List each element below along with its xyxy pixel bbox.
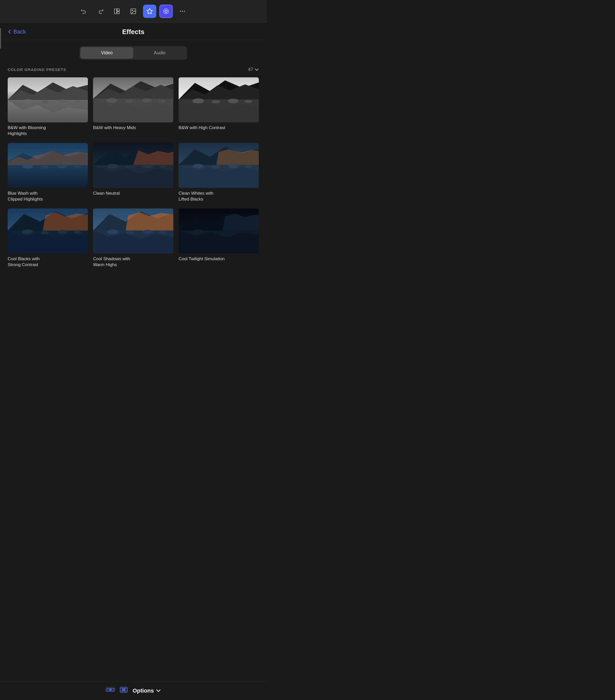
preset-label: Blue Wash withClipped Highlights xyxy=(8,190,88,202)
media-button[interactable] xyxy=(126,4,140,18)
preset-thumbnail xyxy=(8,77,88,122)
svg-point-10 xyxy=(180,11,181,12)
preset-item[interactable]: B&W with High Contrast xyxy=(179,77,259,137)
preset-item[interactable]: Cool Shadows withWarm Highs xyxy=(93,209,173,268)
svg-point-37 xyxy=(193,98,204,103)
svg-point-97 xyxy=(193,229,204,234)
preset-label: B&W with BloomingHighlights xyxy=(8,125,88,137)
preset-thumbnail xyxy=(179,77,259,122)
svg-point-58 xyxy=(126,165,134,169)
preset-label: Clean Whites withLifted Blacks xyxy=(179,190,259,202)
svg-point-19 xyxy=(59,99,67,103)
mask-button[interactable] xyxy=(159,4,173,18)
preset-item[interactable]: Clean Whites withLifted Blacks xyxy=(179,143,259,202)
svg-point-57 xyxy=(107,164,118,168)
svg-point-90 xyxy=(159,231,166,234)
svg-point-30 xyxy=(159,99,165,102)
preset-thumbnail xyxy=(8,143,88,188)
svg-point-68 xyxy=(212,165,220,169)
svg-point-9 xyxy=(184,11,185,12)
svg-point-20 xyxy=(75,100,81,103)
svg-point-7 xyxy=(165,10,167,13)
count-value: 47 xyxy=(248,67,253,72)
back-label: Back xyxy=(13,28,26,35)
svg-marker-64 xyxy=(216,149,259,165)
undo-button[interactable] xyxy=(77,4,91,18)
back-button[interactable]: Back xyxy=(8,28,26,35)
section-title: COLOR GRADING PRESETS xyxy=(8,67,66,72)
section-count[interactable]: 47 xyxy=(248,67,259,72)
main-content: COLOR GRADING PRESETS 47 xyxy=(0,67,267,278)
svg-rect-0 xyxy=(114,9,116,14)
preset-item[interactable]: B&W with BloomingHighlights xyxy=(8,77,88,137)
svg-rect-46 xyxy=(8,165,88,188)
svg-point-6 xyxy=(163,9,169,14)
svg-point-17 xyxy=(23,99,33,103)
svg-rect-2 xyxy=(117,12,120,14)
svg-point-89 xyxy=(143,230,153,234)
more-button[interactable] xyxy=(176,4,189,18)
svg-point-50 xyxy=(74,165,81,168)
svg-point-60 xyxy=(159,165,166,168)
preset-thumbnail xyxy=(179,209,259,253)
favorites-button[interactable] xyxy=(143,4,156,18)
preset-thumbnail xyxy=(93,143,173,188)
svg-point-29 xyxy=(142,98,152,102)
svg-point-40 xyxy=(245,100,252,103)
preset-label: Cool Blacks withStrong Contrast xyxy=(8,256,88,268)
preset-item[interactable]: B&W with Heavy Mids xyxy=(93,77,173,137)
preset-item[interactable]: Cool Twilight Simulation xyxy=(179,209,259,268)
svg-point-70 xyxy=(245,165,251,168)
svg-point-78 xyxy=(41,231,49,234)
svg-point-39 xyxy=(228,99,238,103)
preset-item[interactable]: Clean Neutral xyxy=(93,143,173,202)
svg-point-48 xyxy=(41,165,49,169)
preset-label: Cool Twilight Simulation xyxy=(179,256,259,262)
page-title: Effects xyxy=(122,28,145,36)
svg-point-99 xyxy=(228,230,238,234)
svg-point-77 xyxy=(22,229,33,234)
preset-label: B&W with Heavy Mids xyxy=(93,125,173,131)
preset-thumbnail xyxy=(93,209,173,253)
svg-point-100 xyxy=(245,231,251,234)
preset-thumbnail xyxy=(93,77,173,122)
svg-point-67 xyxy=(193,164,204,168)
layout-button[interactable] xyxy=(110,4,123,18)
header: Back Effects xyxy=(0,23,267,40)
section-header: COLOR GRADING PRESETS 47 xyxy=(8,67,259,72)
svg-point-28 xyxy=(125,99,134,103)
svg-point-18 xyxy=(41,100,49,103)
svg-point-27 xyxy=(106,98,118,103)
preset-label: B&W with High Contrast xyxy=(179,125,259,131)
svg-point-79 xyxy=(58,230,67,234)
svg-point-38 xyxy=(211,100,220,103)
audio-tab[interactable]: Audio xyxy=(133,47,186,59)
video-tab[interactable]: Video xyxy=(81,47,133,59)
svg-marker-94 xyxy=(222,214,259,231)
preset-label: Cool Shadows withWarm Highs xyxy=(93,256,173,268)
svg-point-4 xyxy=(132,10,133,11)
svg-point-8 xyxy=(182,11,183,12)
svg-point-69 xyxy=(228,164,238,168)
presets-grid: B&W with BloomingHighlights xyxy=(8,77,259,278)
svg-point-98 xyxy=(212,231,220,234)
svg-rect-1 xyxy=(117,9,120,11)
svg-point-47 xyxy=(22,164,33,168)
svg-point-59 xyxy=(143,164,153,168)
preset-thumbnail xyxy=(8,209,88,253)
svg-point-49 xyxy=(58,164,67,168)
redo-button[interactable] xyxy=(94,4,107,18)
svg-point-87 xyxy=(107,229,118,234)
toolbar xyxy=(0,0,267,23)
preset-thumbnail xyxy=(179,143,259,188)
segment-control: Video Audio xyxy=(79,46,187,60)
preset-label: Clean Neutral xyxy=(93,190,173,197)
svg-point-88 xyxy=(126,231,134,234)
preset-item[interactable]: Cool Blacks withStrong Contrast xyxy=(8,209,88,268)
svg-point-80 xyxy=(74,231,81,234)
preset-item[interactable]: Blue Wash withClipped Highlights xyxy=(8,143,88,202)
svg-marker-5 xyxy=(147,9,152,14)
